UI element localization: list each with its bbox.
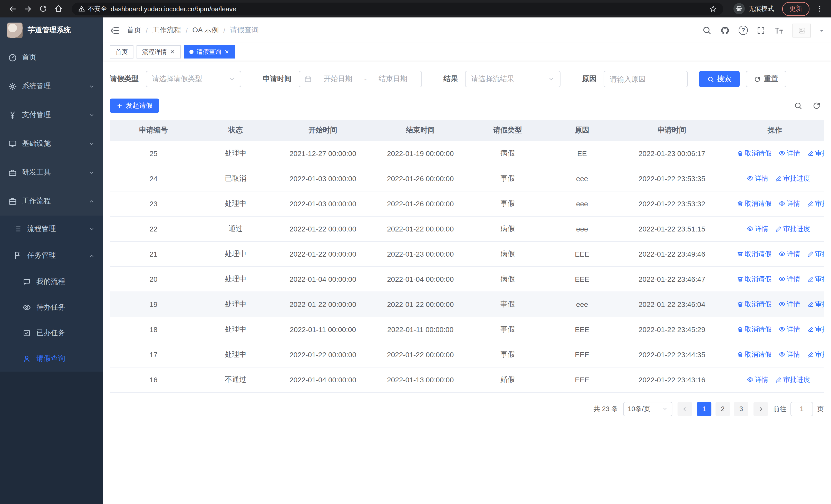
prev-page-button[interactable] [678, 402, 692, 416]
page-button-2[interactable]: 2 [716, 402, 730, 416]
avatar-caret-icon[interactable] [820, 30, 824, 34]
cancel-leave-link[interactable]: 取消请假 [737, 149, 771, 158]
table-row[interactable]: 17处理中2022-01-22 00:00:002022-01-22 00:00… [110, 342, 824, 367]
create-leave-button[interactable]: 发起请假 [110, 98, 159, 113]
detail-link[interactable]: 详情 [747, 375, 768, 384]
sidebar-item-payment[interactable]: 支付管理 [0, 100, 103, 129]
browser-back-button[interactable] [5, 2, 20, 16]
reset-button-label: 重置 [764, 75, 778, 84]
sidebar-item-devtools[interactable]: 研发工具 [0, 158, 103, 187]
page-button-1[interactable]: 1 [697, 402, 711, 416]
column-header: 原因 [546, 120, 618, 141]
approval-progress-link[interactable]: 审批进度 [807, 199, 824, 208]
cell-reason: EEE [546, 266, 618, 292]
reason-input[interactable] [604, 71, 688, 87]
help-icon[interactable]: ? [739, 26, 748, 35]
refresh-table-icon[interactable] [812, 101, 821, 110]
table-row[interactable]: 21处理中2022-01-22 00:00:002022-01-23 00:00… [110, 241, 824, 266]
detail-link[interactable]: 详情 [779, 325, 800, 334]
page-size-select[interactable]: 10条/页 [623, 402, 672, 416]
end-date-placeholder: 结束日期 [370, 75, 416, 84]
cancel-leave-link[interactable]: 取消请假 [737, 199, 771, 208]
browser-home-button[interactable] [51, 2, 66, 16]
breadcrumb-item[interactable]: 工作流程 [152, 26, 181, 35]
sidebar-item-pending-tasks[interactable]: 待办任务 [0, 295, 103, 320]
trash-icon [737, 150, 743, 156]
tab-leave-query[interactable]: 请假查询 [184, 45, 235, 59]
approval-progress-link[interactable]: 审批进度 [807, 350, 824, 359]
browser-menu-button[interactable] [813, 5, 826, 13]
page-button-3[interactable]: 3 [734, 402, 748, 416]
breadcrumb-item[interactable]: 首页 [127, 26, 141, 35]
cancel-leave-link[interactable]: 取消请假 [737, 274, 771, 284]
security-warning[interactable]: 不安全 [78, 4, 107, 13]
close-icon[interactable] [224, 49, 229, 54]
approval-progress-link[interactable]: 审批进度 [807, 274, 824, 284]
chevron-up-icon [89, 253, 94, 259]
cancel-leave-link[interactable]: 取消请假 [737, 249, 771, 259]
cancel-leave-link[interactable]: 取消请假 [737, 350, 771, 359]
approval-progress-link[interactable]: 审批进度 [807, 325, 824, 334]
approval-progress-link[interactable]: 审批进度 [807, 299, 824, 309]
next-page-button[interactable] [753, 402, 768, 416]
search-button[interactable]: 搜索 [699, 71, 740, 87]
detail-link[interactable]: 详情 [779, 249, 800, 259]
font-size-icon[interactable] [774, 25, 784, 35]
fullscreen-icon[interactable] [756, 26, 765, 35]
detail-link[interactable]: 详情 [779, 149, 800, 158]
goto-page-input[interactable] [791, 402, 813, 416]
sidebar-item-done-tasks[interactable]: 已办任务 [0, 320, 103, 346]
table-row[interactable]: 23处理中2022-01-03 00:00:002022-01-26 00:00… [110, 191, 824, 216]
detail-link[interactable]: 详情 [779, 350, 800, 359]
sidebar-item-task-management[interactable]: 任务管理 [0, 242, 103, 269]
approval-progress-link[interactable]: 审批进度 [776, 174, 810, 183]
search-icon[interactable] [702, 26, 711, 35]
sidebar-item-infrastructure[interactable]: 基础设施 [0, 129, 103, 158]
tab-process-detail[interactable]: 流程详情 [137, 45, 181, 59]
sidebar-item-system[interactable]: 系统管理 [0, 72, 103, 100]
date-range-picker[interactable]: 开始日期 - 结束日期 [299, 71, 422, 87]
menu-fold-icon[interactable] [110, 25, 120, 35]
sidebar-item-workflow[interactable]: 工作流程 [0, 187, 103, 215]
leave-type-select[interactable]: 请选择请假类型 [146, 71, 241, 87]
approval-progress-link[interactable]: 审批进度 [807, 149, 824, 158]
sidebar-item-my-processes[interactable]: 我的流程 [0, 269, 103, 295]
table-row[interactable]: 20处理中2022-01-04 00:00:002022-01-04 00:00… [110, 266, 824, 292]
detail-link[interactable]: 详情 [779, 199, 800, 208]
sidebar-item-process-management[interactable]: 流程管理 [0, 215, 103, 242]
table-row[interactable]: 25处理中2021-12-27 00:00:002022-01-19 00:00… [110, 141, 824, 166]
reset-button[interactable]: 重置 [746, 71, 786, 87]
github-icon[interactable] [720, 25, 730, 35]
table-row[interactable]: 24已取消2022-01-03 00:00:002022-01-26 00:00… [110, 166, 824, 191]
sidebar-item-leave-query[interactable]: 请假查询 [0, 346, 103, 372]
approval-progress-link[interactable]: 审批进度 [807, 249, 824, 259]
action-label: 详情 [787, 274, 800, 284]
search-toggle-icon[interactable] [794, 101, 802, 110]
table-row[interactable]: 22通过2022-01-22 00:00:002022-01-22 00:00:… [110, 216, 824, 241]
address-bar[interactable]: 不安全 dashboard.yudao.iocoder.cn/bpm/oa/le… [72, 2, 723, 15]
detail-link[interactable]: 详情 [779, 274, 800, 284]
browser-update-button[interactable]: 更新 [782, 2, 809, 16]
close-icon[interactable] [170, 49, 175, 54]
detail-link[interactable]: 详情 [779, 299, 800, 309]
cancel-leave-link[interactable]: 取消请假 [737, 325, 771, 334]
result-select[interactable]: 请选择流结果 [465, 71, 561, 87]
action-label: 审批进度 [783, 224, 810, 233]
bookmark-star-icon[interactable] [709, 5, 717, 12]
cancel-leave-link[interactable]: 取消请假 [737, 299, 771, 309]
table-row[interactable]: 19处理中2022-01-22 00:00:002022-01-22 00:00… [110, 292, 824, 317]
trash-icon [737, 276, 743, 282]
tab-home[interactable]: 首页 [110, 45, 134, 59]
detail-link[interactable]: 详情 [747, 224, 768, 233]
browser-forward-button[interactable] [21, 2, 35, 16]
table-row[interactable]: 18处理中2022-01-11 00:00:002022-01-11 00:00… [110, 317, 824, 342]
detail-link[interactable]: 详情 [747, 174, 768, 183]
approval-progress-link[interactable]: 审批进度 [776, 375, 810, 384]
cell-applied: 2022-01-23 00:06:17 [618, 141, 726, 166]
browser-reload-button[interactable] [36, 2, 50, 16]
approval-progress-link[interactable]: 审批进度 [776, 224, 810, 233]
breadcrumb-item[interactable]: OA 示例 [193, 26, 219, 35]
user-avatar[interactable] [793, 23, 811, 37]
sidebar-item-home[interactable]: 首页 [0, 43, 103, 72]
table-row[interactable]: 16不通过2022-01-04 00:00:002022-01-13 00:00… [110, 367, 824, 392]
